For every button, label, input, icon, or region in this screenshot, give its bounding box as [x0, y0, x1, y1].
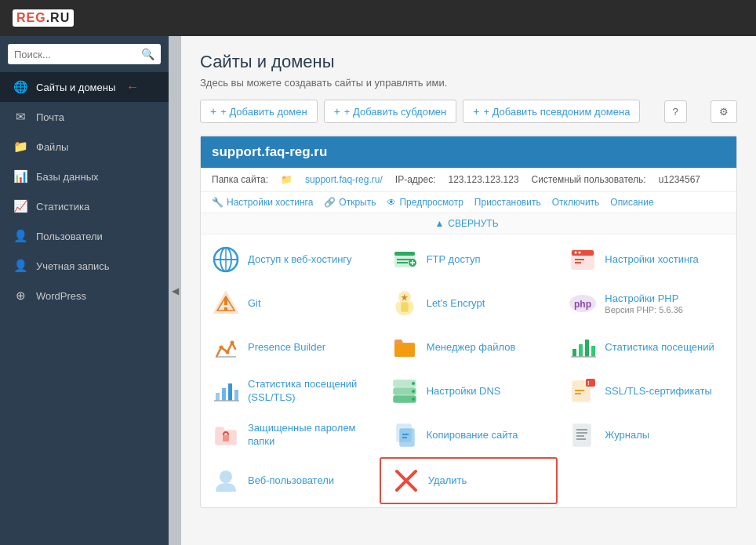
sidebar-item-account[interactable]: 👤 Учетная запись	[0, 251, 169, 281]
tool-ssl-stats[interactable]: Статистика посещений (SSL/TLS)	[201, 369, 380, 413]
sidebar-item-sites[interactable]: 🌐 Сайты и домены ←	[0, 72, 169, 102]
sidebar-collapse-tab[interactable]: ◀	[169, 36, 181, 545]
svg-rect-36	[222, 388, 226, 401]
tool-protected-folders[interactable]: Защищенные паролем папки	[201, 413, 380, 457]
sidebar-label-sites: Сайты и домены	[36, 82, 115, 93]
logs-icon	[569, 421, 597, 449]
svg-rect-54	[402, 434, 409, 435]
sidebar-label-mail: Почта	[36, 111, 64, 123]
sidebar-label-users: Пользователи	[36, 231, 103, 242]
sidebar-label-db: Базы данных	[36, 171, 99, 183]
tool-ftp[interactable]: FTP доступ	[380, 238, 558, 282]
svg-rect-49	[575, 390, 584, 391]
add-alias-button[interactable]: + + Добавить псевдоним домена	[463, 100, 640, 123]
logo-box: REG.RU	[13, 9, 74, 27]
ip-label: IP-адрес:	[395, 174, 436, 185]
tool-label-visit-stats: Статистика посещений	[605, 341, 714, 354]
tool-label-hosting-settings: Настройки хостинга	[605, 253, 699, 267]
svg-rect-58	[576, 432, 587, 434]
svg-point-27	[226, 351, 230, 354]
tool-copy-site[interactable]: Копирование сайта	[380, 413, 558, 457]
php-version-label: Версия PHP: 5.6.36	[605, 305, 683, 314]
file-manager-icon	[391, 333, 419, 362]
svg-rect-55	[402, 437, 407, 438]
sidebar-item-databases[interactable]: 📊 Базы данных	[0, 162, 169, 191]
sidebar-item-files[interactable]: 📁 Файлы	[0, 132, 169, 162]
svg-text:php: php	[574, 299, 591, 310]
search-wrapper: 🔍	[8, 44, 161, 64]
hosting-settings-link[interactable]: 🔧 Настройки хостинга	[212, 197, 313, 208]
hosting-settings-icon	[569, 245, 597, 274]
visit-stats-icon	[569, 333, 597, 362]
folder-link[interactable]: support.faq-reg.ru/	[305, 174, 383, 185]
open-icon: 🔗	[324, 197, 336, 208]
logo: REG.RU	[13, 9, 74, 27]
main-layout: 🔍 🌐 Сайты и домены ← ✉ Почта 📁 Файлы 📊 Б…	[0, 36, 756, 545]
tool-hosting-settings[interactable]: Настройки хостинга	[558, 238, 736, 282]
sidebar-item-stats[interactable]: 📈 Статистика	[0, 191, 169, 221]
tool-label-ssl-stats: Статистика посещений (SSL/TLS)	[248, 378, 369, 405]
add-subdomain-button[interactable]: + + Добавить субдомен	[324, 100, 457, 123]
tool-web-users[interactable]: Веб-пользователи	[201, 457, 380, 504]
tool-php[interactable]: php Настройки PHP Версия PHP: 5.6.36	[558, 282, 736, 325]
presence-builder-icon	[212, 333, 240, 362]
collapse-label: СВЕРНУТЬ	[448, 218, 498, 229]
ssl-stats-icon	[212, 377, 240, 405]
tool-label-logs: Журналы	[605, 429, 649, 442]
svg-point-45	[412, 398, 415, 401]
preview-link[interactable]: 👁 Предпросмотр	[387, 197, 463, 208]
svg-rect-38	[234, 390, 238, 401]
description-link[interactable]: Описание	[610, 197, 653, 208]
files-nav-icon: 📁	[13, 140, 28, 154]
tool-label-ftp: FTP доступ	[427, 253, 481, 267]
preview-icon: 👁	[387, 197, 396, 208]
tool-dns[interactable]: Настройки DNS	[380, 369, 558, 413]
wrench-icon: 🔧	[212, 197, 224, 208]
svg-rect-16	[575, 262, 581, 263]
header: REG.RU	[0, 0, 756, 36]
tool-ssl-cert[interactable]: ! SSL/TLS-сертификаты	[558, 369, 736, 413]
tool-label-file-manager: Менеджер файлов	[427, 341, 516, 354]
svg-rect-5	[394, 252, 415, 256]
svg-rect-33	[591, 346, 595, 357]
sidebar-item-users[interactable]: 👤 Пользователи	[0, 221, 169, 251]
suspend-link[interactable]: Приостановить	[474, 197, 541, 208]
svg-rect-59	[576, 435, 584, 437]
tool-file-manager[interactable]: Менеджер файлов	[380, 325, 558, 369]
web-users-icon	[212, 467, 240, 495]
tool-presence-builder[interactable]: Presence Builder	[201, 325, 380, 369]
tool-delete[interactable]: Удалить	[380, 457, 558, 504]
collapse-arrow-icon: ◀	[172, 285, 179, 296]
svg-rect-35	[216, 393, 220, 401]
dns-icon	[391, 377, 419, 405]
svg-rect-15	[575, 259, 584, 260]
page-title: Сайты и домены	[200, 52, 737, 72]
tool-git[interactable]: Git	[201, 282, 380, 325]
open-link[interactable]: 🔗 Открыть	[324, 197, 376, 208]
ip-value: 123.123.123.123	[449, 174, 519, 185]
git-icon	[212, 289, 240, 318]
svg-point-14	[579, 252, 581, 254]
help-button[interactable]: ?	[664, 100, 687, 123]
domain-header: support.faq-reg.ru	[201, 136, 736, 168]
collapse-bar[interactable]: ▲ СВЕРНУТЬ	[201, 213, 736, 234]
sidebar-item-wordpress[interactable]: ⊕ WordPress	[0, 281, 169, 311]
action-buttons-bar: + + Добавить домен + + Добавить субдомен…	[200, 100, 737, 123]
sidebar-item-mail[interactable]: ✉ Почта	[0, 102, 169, 132]
sidebar-label-files: Файлы	[36, 141, 68, 153]
search-input[interactable]	[14, 49, 141, 60]
svg-rect-23	[402, 303, 408, 311]
tool-label-ssl-cert: SSL/TLS-сертификаты	[605, 385, 711, 398]
svg-point-44	[412, 390, 415, 393]
tool-label-delete: Удалить	[428, 474, 467, 488]
disable-link[interactable]: Отключить	[552, 197, 600, 208]
sidebar-label-account: Учетная запись	[36, 260, 110, 272]
settings-button[interactable]: ⚙	[711, 100, 737, 123]
tool-visit-stats[interactable]: Статистика посещений	[558, 325, 736, 369]
add-domain-button[interactable]: + + Добавить домен	[200, 100, 318, 123]
wp-icon: ⊕	[13, 289, 28, 303]
svg-rect-32	[585, 340, 589, 357]
tool-logs[interactable]: Журналы	[558, 413, 736, 457]
tool-letsencrypt[interactable]: ★ Let's Encrypt	[380, 282, 558, 325]
tool-web-hosting[interactable]: Доступ к веб-хостингу	[201, 238, 380, 282]
